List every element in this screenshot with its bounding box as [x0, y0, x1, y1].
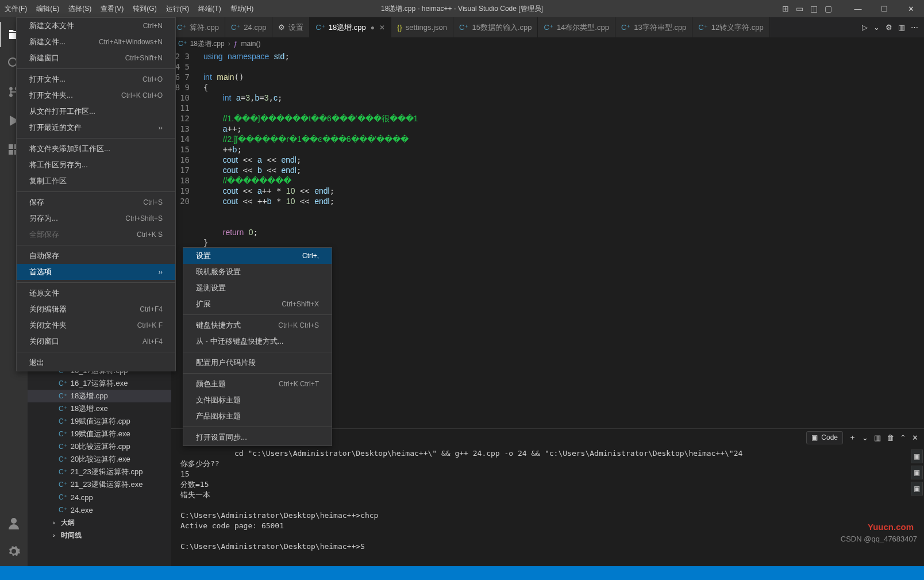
- menu-item[interactable]: 从文件打开工作区...: [17, 103, 175, 120]
- menu-item[interactable]: 遥测设置: [183, 280, 332, 296]
- menu-item[interactable]: 文件图标主题: [183, 392, 332, 408]
- menu-item[interactable]: 配置用户代码片段: [183, 355, 332, 371]
- menu-item[interactable]: 打开最近的文件›: [17, 120, 175, 136]
- menu-item[interactable]: 将文件夹添加到工作区...: [17, 141, 175, 157]
- menu-item[interactable]: 复制工作区: [17, 173, 175, 189]
- window-minimize-button[interactable]: —: [845, 0, 871, 17]
- explorer-file-item[interactable]: C⁺18递增.cpp: [28, 390, 171, 402]
- split-terminal-icon[interactable]: ▥: [874, 433, 881, 442]
- menu-item[interactable]: 全部保存Ctrl+K S: [17, 226, 175, 243]
- explorer-file-item[interactable]: C⁺19赋值运算符.cpp: [28, 415, 171, 428]
- file-icon: C⁺: [59, 455, 67, 463]
- menu-item[interactable]: 颜色主题Ctrl+K Ctrl+T: [183, 376, 332, 392]
- menu-item[interactable]: 新建窗口Ctrl+Shift+N: [17, 50, 175, 66]
- menu-item[interactable]: 退出: [17, 355, 175, 371]
- more-icon[interactable]: ⋯: [911, 23, 918, 32]
- editor-tab[interactable]: C⁺13字符串型.cpp: [615, 17, 692, 37]
- accounts-icon[interactable]: [0, 511, 28, 536]
- menu-item[interactable]: 联机服务设置: [183, 264, 332, 280]
- editor-tab[interactable]: C⁺15数据的输入.cpp: [453, 17, 538, 37]
- panel-icon[interactable]: ◫: [810, 4, 818, 13]
- terminal-instance-icon[interactable]: ▣: [911, 450, 923, 463]
- menu-item[interactable]: 产品图标主题: [183, 408, 332, 424]
- editor-tab[interactable]: C⁺24.cpp: [225, 17, 272, 37]
- explorer-file-item[interactable]: C⁺16_17运算符.exe: [28, 377, 171, 390]
- cpp-icon: C⁺: [459, 23, 468, 32]
- editor-tab[interactable]: C⁺18递增.cpp●✕: [310, 17, 391, 37]
- terminal-instance-icon[interactable]: ▣: [911, 466, 923, 479]
- menu-item[interactable]: 编辑(E): [32, 0, 64, 17]
- editor-tab[interactable]: C⁺12转义字符.cpp: [692, 17, 769, 37]
- menu-item[interactable]: 查看(V): [96, 0, 128, 17]
- menu-item[interactable]: 运行(R): [161, 0, 194, 17]
- window-maximize-button[interactable]: ☐: [871, 0, 898, 17]
- menu-item[interactable]: 另存为...Ctrl+Shift+S: [17, 210, 175, 226]
- window-close-button[interactable]: ✕: [898, 0, 924, 17]
- menu-item[interactable]: 打开文件夹...Ctrl+K Ctrl+O: [17, 87, 175, 103]
- close-panel-icon[interactable]: ✕: [912, 433, 918, 442]
- toggle-panel-icon[interactable]: ⊞: [782, 4, 789, 13]
- layout-icon[interactable]: ▭: [796, 4, 803, 13]
- editor-tab[interactable]: {}settings.json: [391, 17, 453, 37]
- maximize-panel-icon[interactable]: ⌃: [900, 433, 906, 442]
- menu-item[interactable]: 将工作区另存为...: [17, 157, 175, 173]
- menu-item[interactable]: 选择(S): [64, 0, 96, 17]
- explorer-file-item[interactable]: C⁺21_23逻辑运算符.cpp: [28, 466, 171, 478]
- menu-item[interactable]: 新建文本文件Ctrl+N: [17, 18, 175, 34]
- menu-item[interactable]: 首选项›: [17, 264, 175, 280]
- menu-item[interactable]: 关闭窗口Alt+F4: [17, 333, 175, 349]
- terminal-output[interactable]: cd "c:\Users\Administrator\Desktop\heima…: [171, 446, 924, 566]
- menu-item[interactable]: 键盘快捷方式Ctrl+K Ctrl+S: [183, 317, 332, 333]
- menu-item[interactable]: 设置Ctrl+,: [183, 248, 332, 264]
- file-menu-dropdown: 新建文本文件Ctrl+N新建文件...Ctrl+Alt+Windows+N新建窗…: [16, 17, 176, 371]
- menu-item[interactable]: 自动保存: [17, 248, 175, 264]
- explorer-file-item[interactable]: C⁺24.cpp: [28, 491, 171, 504]
- explorer-file-item[interactable]: C⁺18递增.exe: [28, 402, 171, 415]
- explorer-file-item[interactable]: C⁺20比较运算符.cpp: [28, 440, 171, 453]
- breadcrumb[interactable]: C⁺ 18递增.cpp › ƒ main(): [171, 37, 924, 50]
- menu-item[interactable]: 终端(T): [194, 0, 225, 17]
- sidebar-section-outline[interactable]: ›大纲: [28, 516, 171, 529]
- status-bar[interactable]: [0, 566, 924, 580]
- terminal-selector[interactable]: ▣ Code: [806, 431, 843, 444]
- kill-terminal-icon[interactable]: 🗑: [887, 433, 894, 442]
- menu-item[interactable]: 关闭文件夹Ctrl+K F: [17, 317, 175, 333]
- explorer-file-item[interactable]: C⁺21_23逻辑运算符.exe: [28, 478, 171, 491]
- close-tab-icon[interactable]: ✕: [379, 24, 385, 32]
- terminal-instance-icon[interactable]: ▣: [911, 482, 923, 496]
- editor-tab[interactable]: C⁺算符.cpp: [171, 17, 225, 37]
- explorer-file-item[interactable]: C⁺19赋值运算符.exe: [28, 428, 171, 440]
- file-label: 19赋值运算符.cpp: [71, 416, 130, 427]
- terminal-add-icon[interactable]: ＋: [849, 432, 856, 443]
- menu-item[interactable]: 还原文件: [17, 285, 175, 301]
- file-icon: C⁺: [59, 443, 67, 451]
- chevron-down-icon[interactable]: ⌄: [862, 433, 868, 442]
- menu-item[interactable]: 扩展Ctrl+Shift+X: [183, 296, 332, 312]
- run-icon[interactable]: ▷: [862, 23, 868, 32]
- menu-item[interactable]: 文件(F): [0, 0, 32, 17]
- chevron-down-icon[interactable]: ⌄: [873, 23, 880, 32]
- menu-item[interactable]: 打开设置同步...: [183, 429, 332, 445]
- split-editor-icon[interactable]: ▥: [898, 23, 905, 32]
- customize-layout-icon[interactable]: ▢: [825, 4, 832, 13]
- explorer-file-item[interactable]: C⁺20比较运算符.exe: [28, 453, 171, 466]
- explorer-file-item[interactable]: C⁺24.exe: [28, 504, 171, 516]
- menu-item[interactable]: 打开文件...Ctrl+O: [17, 71, 175, 87]
- menu-item[interactable]: 帮助(H): [226, 0, 259, 17]
- terminal-panel: ▣ Code ＋ ⌄ ▥ 🗑 ⌃ ✕ cd "c:\Users\Administ…: [171, 428, 924, 566]
- menu-item[interactable]: 关闭编辑器Ctrl+F4: [17, 301, 175, 317]
- breadcrumb-symbol[interactable]: main(): [241, 40, 260, 48]
- menu-item[interactable]: 保存Ctrl+S: [17, 194, 175, 210]
- menu-item[interactable]: 新建文件...Ctrl+Alt+Windows+N: [17, 34, 175, 50]
- menu-item[interactable]: 从 - 中迁移键盘快捷方式...: [183, 333, 332, 349]
- manage-gear-icon[interactable]: [0, 539, 28, 564]
- editor-tab[interactable]: ⚙设置: [272, 17, 310, 37]
- file-icon: C⁺: [59, 493, 67, 501]
- sidebar-section-timeline[interactable]: ›时间线: [28, 529, 171, 541]
- tab-label: 13字符串型.cpp: [634, 22, 686, 33]
- breadcrumb-file[interactable]: 18递增.cpp: [190, 39, 225, 49]
- menu-item[interactable]: 转到(G): [128, 0, 161, 17]
- editor-tab[interactable]: C⁺14布尔类型.cpp: [538, 17, 615, 37]
- watermark-csdn: CSDN @qq_47683407: [841, 535, 917, 543]
- gear-icon[interactable]: ⚙: [886, 23, 892, 32]
